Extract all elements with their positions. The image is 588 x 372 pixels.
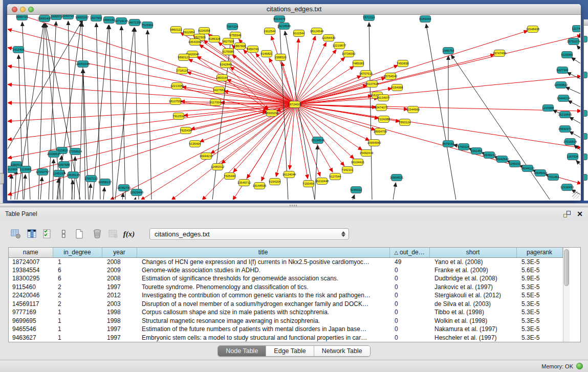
- graph-node[interactable]: 12254439: [322, 35, 336, 41]
- graph-node[interactable]: 9129966: [561, 52, 573, 58]
- table-cell[interactable]: 9463627: [9, 334, 53, 342]
- table-cell[interactable]: Disruption of a novel member of a sodium…: [137, 300, 389, 309]
- graph-node[interactable]: [583, 174, 587, 181]
- graph-node[interactable]: 9245012: [350, 187, 362, 193]
- graph-node[interactable]: [583, 72, 587, 78]
- graph-node[interactable]: 2718126: [176, 68, 188, 74]
- graph-node[interactable]: 7193454: [302, 181, 315, 187]
- graph-node[interactable]: 1115686: [20, 166, 32, 173]
- graph-node[interactable]: 9117004: [210, 99, 222, 106]
- graph-node[interactable]: 10719135: [115, 18, 128, 25]
- table-row[interactable]: 2242004622012Investigating the contribut…: [9, 291, 562, 300]
- graph-node[interactable]: 8226058: [198, 28, 210, 34]
- graph-node[interactable]: 9154204: [269, 179, 281, 185]
- table-cell[interactable]: 5.3E-5: [516, 334, 562, 342]
- graph-node[interactable]: 16134977: [377, 95, 390, 101]
- table-cell[interactable]: Corpus callosum shape and size in male p…: [137, 308, 389, 317]
- graph-node[interactable]: 10904531: [390, 174, 404, 181]
- table-cell[interactable]: 1998: [102, 308, 137, 317]
- tab-network-table[interactable]: Network Table: [314, 346, 370, 356]
- graph-node[interactable]: 16124044: [282, 171, 296, 178]
- table-cell[interactable]: 1: [53, 334, 102, 342]
- table-cell[interactable]: 6: [53, 266, 102, 275]
- table-cell[interactable]: Wolkin et al. (1998): [429, 317, 516, 325]
- table-cell[interactable]: 9465546: [9, 325, 53, 334]
- graph-node[interactable]: 8154998: [391, 84, 403, 91]
- table-cell[interactable]: 5.3E-5: [516, 283, 562, 292]
- graph-node[interactable]: 12481512: [211, 164, 225, 170]
- graph-node[interactable]: 8183044: [419, 16, 431, 23]
- graph-node[interactable]: 15492434: [360, 150, 374, 157]
- table-cell[interactable]: 0: [389, 274, 429, 283]
- table-row[interactable]: 946554611997Estimation of the future num…: [9, 325, 562, 334]
- graph-node[interactable]: 12923448: [130, 189, 144, 196]
- table-cell[interactable]: 1997: [102, 325, 137, 334]
- table-cell[interactable]: Tibbo et al. (1998): [429, 308, 516, 317]
- graph-node[interactable]: 9146821: [260, 51, 273, 57]
- column-header-title[interactable]: title: [137, 248, 389, 257]
- graph-node[interactable]: 9427552: [213, 87, 225, 94]
- table-cell[interactable]: 2008: [102, 274, 137, 283]
- graph-node[interactable]: 16944210: [200, 153, 213, 160]
- graph-node[interactable]: 10734093: [342, 51, 356, 57]
- graph-node[interactable]: 15692971: [558, 126, 572, 133]
- graph-node[interactable]: 16942540: [495, 156, 509, 163]
- table-cell[interactable]: 0: [389, 300, 429, 309]
- graph-node[interactable]: 7701454: [547, 174, 559, 181]
- graph-node[interactable]: 7912534: [172, 113, 185, 120]
- table-cell[interactable]: 1: [53, 325, 102, 334]
- table-cell[interactable]: 2: [53, 291, 102, 300]
- graph-node[interactable]: 12100453: [560, 184, 574, 191]
- table-cell[interactable]: Stergiakouli et al. (2012): [429, 291, 516, 300]
- graph-node[interactable]: 7515954: [141, 22, 154, 29]
- graph-node[interactable]: 7342101: [341, 167, 354, 173]
- table-cell[interactable]: 5.3E-5: [516, 257, 562, 266]
- window-resize-grip[interactable]: [572, 191, 579, 199]
- graph-node[interactable]: [583, 110, 587, 117]
- table-cell[interactable]: 0: [389, 317, 429, 325]
- table-row[interactable]: 969969511998Structural magnetic resonanc…: [9, 317, 562, 325]
- graph-node[interactable]: 5572314: [363, 15, 375, 21]
- graph-node[interactable]: 9111544: [293, 30, 305, 37]
- graph-node[interactable]: 12342757: [36, 169, 50, 176]
- graph-node[interactable]: [583, 133, 587, 140]
- graph-node[interactable]: 16958107: [98, 179, 112, 186]
- graph-node[interactable]: 1912544: [264, 28, 276, 35]
- table-cell[interactable]: 5.3E-5: [516, 325, 562, 334]
- graph-node[interactable]: 15751074: [567, 38, 580, 45]
- graph-node[interactable]: 18124544: [310, 28, 324, 35]
- graph-node[interactable]: 8679192: [442, 141, 454, 147]
- table-row[interactable]: 977716911998Corpus callosum shape and si…: [9, 308, 562, 317]
- table-cell[interactable]: 6: [53, 274, 102, 283]
- graph-node[interactable]: 6466160: [103, 17, 115, 24]
- table-selector-dropdown[interactable]: citations_edges.txt: [149, 228, 349, 240]
- window-minimize-button[interactable]: [20, 7, 26, 12]
- graph-node[interactable]: 16782759: [117, 185, 131, 191]
- tab-edge-table[interactable]: Edge Table: [266, 346, 314, 356]
- graph-node[interactable]: 7957224: [226, 24, 238, 30]
- table-cell[interactable]: 1: [53, 257, 102, 266]
- graph-node[interactable]: 10945414: [534, 170, 548, 177]
- table-cell[interactable]: 9699695: [9, 317, 53, 325]
- graph-node[interactable]: 16107427: [365, 81, 379, 87]
- table-cell[interactable]: 9777169: [9, 308, 53, 317]
- table-cell[interactable]: 14569117: [9, 300, 53, 309]
- graph-node[interactable]: 19218586: [277, 23, 291, 30]
- graph-node[interactable]: 18300295: [265, 110, 279, 117]
- function-builder-button[interactable]: f(x): [122, 227, 136, 240]
- graph-node[interactable]: 9355724: [16, 15, 28, 20]
- graph-node[interactable]: 10653267: [75, 15, 89, 21]
- graph-node[interactable]: 9227349: [556, 67, 569, 74]
- table-cell[interactable]: 5.6E-5: [516, 266, 562, 275]
- collapsed-panel-handle[interactable]: [0, 173, 4, 184]
- create-column-button[interactable]: [73, 227, 86, 240]
- table-cell[interactable]: 1: [53, 308, 102, 317]
- table-row[interactable]: 1938455462009Genome-wide association stu…: [9, 266, 562, 275]
- float-panel-icon[interactable]: [563, 211, 571, 217]
- graph-node[interactable]: 16044120: [521, 165, 535, 172]
- table-cell[interactable]: 5.5E-5: [516, 291, 562, 300]
- graph-node[interactable]: 2043714: [62, 15, 74, 19]
- graph-node[interactable]: 18757515: [359, 71, 373, 77]
- table-cell[interactable]: 2: [53, 300, 102, 309]
- graph-node[interactable]: [583, 36, 587, 42]
